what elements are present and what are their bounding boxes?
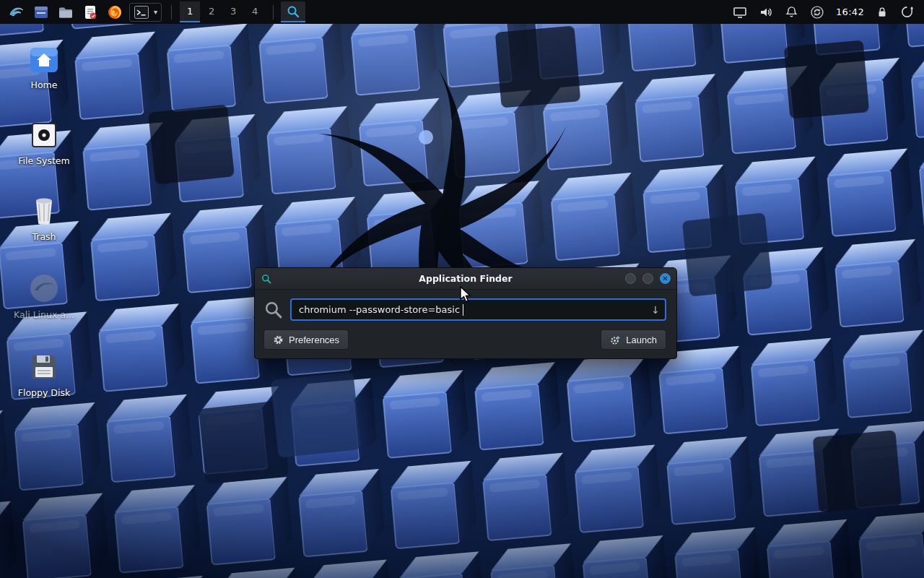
desktop-icon-label: File System xyxy=(18,155,70,166)
application-finder-icon xyxy=(286,4,300,19)
command-input[interactable]: chromium --password-store=basic ↓ xyxy=(290,298,666,321)
logout-icon[interactable] xyxy=(900,5,914,19)
chevron-down-icon[interactable]: ▾ xyxy=(152,8,160,16)
window-controls: ✕ xyxy=(625,273,671,284)
clock[interactable]: 16:42 xyxy=(836,7,864,17)
desktop-icon-label: Trash xyxy=(32,231,56,242)
file-manager-launcher[interactable] xyxy=(31,2,51,22)
kali-menu-button[interactable] xyxy=(6,2,27,22)
desktop-icon-kali-linux[interactable]: Kali Linux a... xyxy=(11,272,77,320)
desktop-icon-file-system[interactable]: File System xyxy=(11,118,77,166)
desktop: ▾ 1 2 3 4 xyxy=(0,0,924,578)
minimize-button[interactable] xyxy=(625,273,636,284)
volume-icon[interactable] xyxy=(759,5,773,20)
text-editor-launcher[interactable] xyxy=(80,2,100,22)
notifications-bell-icon[interactable] xyxy=(785,5,798,19)
arrow-down-icon[interactable]: ↓ xyxy=(651,304,660,316)
terminal-launcher-group: ▾ xyxy=(129,3,162,22)
workspace-button-1[interactable]: 1 xyxy=(180,1,200,22)
text-editor-icon xyxy=(82,4,98,20)
desktop-icon-label: Floppy Disk xyxy=(18,387,70,398)
terminal-launcher[interactable] xyxy=(131,2,152,22)
lock-icon[interactable] xyxy=(876,5,889,19)
workspace-label: 3 xyxy=(230,6,236,17)
top-panel: ▾ 1 2 3 4 xyxy=(0,0,924,24)
button-row: Preferences Launch xyxy=(263,329,666,350)
floppy-disk-icon xyxy=(30,350,58,381)
home-icon xyxy=(29,42,59,74)
file-manager-icon xyxy=(33,4,49,20)
workspace-button-2[interactable]: 2 xyxy=(201,1,222,22)
window-icon xyxy=(261,273,272,285)
preferences-label: Preferences xyxy=(289,335,339,345)
desktop-icon-trash[interactable]: Trash xyxy=(11,194,77,242)
panel-separator xyxy=(171,5,172,20)
desktop-icon-home[interactable]: Home xyxy=(11,42,77,90)
folder-launcher[interactable] xyxy=(56,2,76,22)
mouse-cursor xyxy=(459,286,472,303)
firefox-icon xyxy=(107,4,123,20)
firefox-launcher[interactable] xyxy=(105,2,125,22)
application-finder-window: Application Finder ✕ chromium --password… xyxy=(254,267,677,359)
close-button[interactable]: ✕ xyxy=(660,273,671,284)
file-system-icon xyxy=(30,118,58,150)
launch-icon xyxy=(610,335,621,345)
terminal-icon xyxy=(134,4,149,20)
workspace-label: 1 xyxy=(187,6,193,17)
workspace-label: 4 xyxy=(252,6,258,17)
desktop-icon-floppy-disk[interactable]: Floppy Disk xyxy=(11,350,77,398)
sync-icon[interactable] xyxy=(810,5,824,20)
system-tray: 16:42 xyxy=(733,5,920,20)
window-title: Application Finder xyxy=(255,273,676,284)
panel-separator xyxy=(273,5,274,20)
text-caret xyxy=(463,304,463,316)
desktop-icon-label: Home xyxy=(31,79,58,90)
gear-icon xyxy=(273,335,284,345)
workspace-button-3[interactable]: 3 xyxy=(223,1,243,22)
workspace-label: 2 xyxy=(209,6,214,17)
trash-icon xyxy=(30,194,58,225)
command-input-value: chromium --password-store=basic xyxy=(299,304,460,315)
kali-docs-icon xyxy=(29,272,59,303)
taskbar-window-application-finder[interactable] xyxy=(281,1,305,22)
launch-button[interactable]: Launch xyxy=(601,329,666,350)
folder-icon xyxy=(58,4,74,20)
display-icon[interactable] xyxy=(733,5,747,20)
preferences-button[interactable]: Preferences xyxy=(263,329,349,350)
workspace-button-4[interactable]: 4 xyxy=(245,1,265,22)
launch-label: Launch xyxy=(626,335,657,345)
desktop-icon-label: Kali Linux a... xyxy=(14,309,74,320)
maximize-button[interactable] xyxy=(642,273,653,284)
kali-menu-icon xyxy=(8,4,25,21)
search-icon xyxy=(263,300,283,319)
